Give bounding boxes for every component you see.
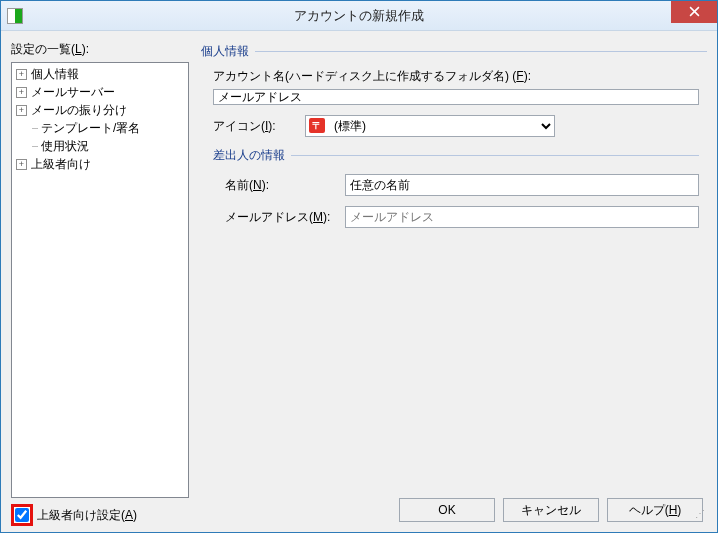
cancel-button[interactable]: キャンセル xyxy=(503,498,599,522)
resize-grip-icon[interactable]: ⋰ xyxy=(693,512,705,524)
sender-info-group-label: 差出人の情報 xyxy=(213,147,699,164)
tree-item-label: メールサーバー xyxy=(31,84,115,101)
title-bar: アカウントの新規作成 xyxy=(1,1,717,31)
app-icon xyxy=(7,8,23,24)
tree-branch-icon: ┄ xyxy=(32,123,37,134)
tree-item-label: 個人情報 xyxy=(31,66,79,83)
plus-icon[interactable]: + xyxy=(16,105,27,116)
advanced-checkbox[interactable] xyxy=(15,508,29,522)
panel-header: 個人情報 xyxy=(197,41,707,64)
help-button[interactable]: ヘルプ(H) xyxy=(607,498,703,522)
advanced-settings-row: 上級者向け設定(A) xyxy=(11,504,189,526)
close-icon xyxy=(689,6,700,17)
main-panel: 個人情報 アカウント名(ハードディスク上に作成するフォルダ名) (F): アイコ… xyxy=(197,41,707,526)
tree-item-advanced[interactable]: + 上級者向け xyxy=(12,155,188,173)
window-title: アカウントの新規作成 xyxy=(294,7,424,25)
content-area: 設定の一覧(L): + 個人情報 + メールサーバー + メールの振り分け ┄ … xyxy=(1,31,717,532)
close-button[interactable] xyxy=(671,1,717,23)
account-name-input[interactable] xyxy=(213,89,699,105)
ok-button[interactable]: OK xyxy=(399,498,495,522)
mail-address-input[interactable] xyxy=(345,206,699,228)
tree-item-usage[interactable]: ┄ 使用状況 xyxy=(12,137,188,155)
sidebar: 設定の一覧(L): + 個人情報 + メールサーバー + メールの振り分け ┄ … xyxy=(11,41,189,526)
name-input[interactable] xyxy=(345,174,699,196)
tree-item-label: メールの振り分け xyxy=(31,102,127,119)
dialog-buttons: OK キャンセル ヘルプ(H) xyxy=(197,492,707,526)
mail-icon: 〒 xyxy=(309,118,325,133)
plus-icon[interactable]: + xyxy=(16,69,27,80)
tree-item-mail-sort[interactable]: + メールの振り分け xyxy=(12,101,188,119)
settings-tree[interactable]: + 個人情報 + メールサーバー + メールの振り分け ┄ テンプレート/署名 … xyxy=(11,62,189,498)
plus-icon[interactable]: + xyxy=(16,87,27,98)
tree-item-label: 上級者向け xyxy=(31,156,91,173)
advanced-checkbox-highlight xyxy=(11,504,33,526)
icon-select[interactable]: (標準) xyxy=(305,115,555,137)
account-name-label: アカウント名(ハードディスク上に作成するフォルダ名) (F): xyxy=(213,68,531,85)
advanced-checkbox-label[interactable]: 上級者向け設定(A) xyxy=(37,507,137,524)
plus-icon[interactable]: + xyxy=(16,159,27,170)
tree-item-personal-info[interactable]: + 個人情報 xyxy=(12,65,188,83)
tree-branch-icon: ┄ xyxy=(32,141,37,152)
tree-item-label: テンプレート/署名 xyxy=(41,120,140,137)
tree-item-template-signature[interactable]: ┄ テンプレート/署名 xyxy=(12,119,188,137)
settings-list-label: 設定の一覧(L): xyxy=(11,41,189,58)
form-area: アカウント名(ハードディスク上に作成するフォルダ名) (F): アイコン(I):… xyxy=(197,64,707,238)
mail-address-label: メールアドレス(M): xyxy=(225,209,345,226)
name-label: 名前(N): xyxy=(225,177,345,194)
tree-item-label: 使用状況 xyxy=(41,138,89,155)
icon-label: アイコン(I): xyxy=(213,118,295,135)
tree-item-mail-server[interactable]: + メールサーバー xyxy=(12,83,188,101)
